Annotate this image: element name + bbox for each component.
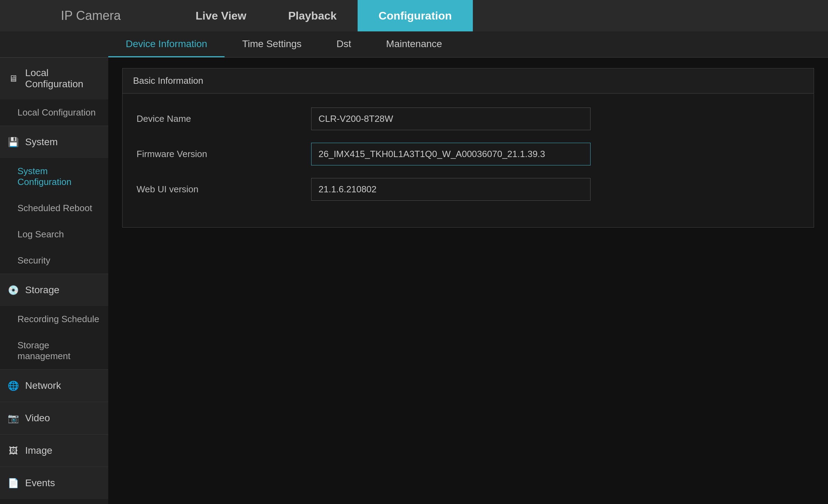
form-row-web-ui-version: Web UI version xyxy=(137,178,800,201)
basic-info-card: Basic Information Device NameFirmware Ve… xyxy=(122,68,814,228)
section-card-header: Basic Information xyxy=(123,68,814,94)
sidebar-item-recording-schedule[interactable]: Recording Schedule xyxy=(0,306,108,332)
sidebar-header-storage[interactable]: 💿Storage xyxy=(0,274,108,306)
storage-icon: 💿 xyxy=(7,284,20,296)
sidebar-item-security[interactable]: Security xyxy=(0,247,108,274)
sidebar-section-image: 🖼Image xyxy=(0,435,108,467)
main-content: Basic Information Device NameFirmware Ve… xyxy=(108,58,828,504)
nav-tab-playback[interactable]: Playback xyxy=(267,0,358,31)
sidebar-header-label-events: Events xyxy=(25,477,55,489)
form-row-device-name: Device Name xyxy=(137,108,800,130)
nav-tab-configuration[interactable]: Configuration xyxy=(358,0,473,31)
video-icon: 📷 xyxy=(7,412,20,424)
top-nav: IP Camera Live ViewPlaybackConfiguration xyxy=(0,0,828,31)
sidebar-section-local-configuration: 🖥Local ConfigurationLocal Configuration xyxy=(0,58,108,126)
sidebar-header-video[interactable]: 📷Video xyxy=(0,402,108,434)
sidebar-item-log-search[interactable]: Log Search xyxy=(0,221,108,247)
sub-tab-time-settings[interactable]: Time Settings xyxy=(225,31,319,57)
sidebar-item-local-configuration-item[interactable]: Local Configuration xyxy=(0,99,108,126)
sidebar-header-image[interactable]: 🖼Image xyxy=(0,435,108,467)
sidebar-header-label-network: Network xyxy=(25,380,61,391)
nav-tabs: Live ViewPlaybackConfiguration xyxy=(175,0,821,31)
image-icon: 🖼 xyxy=(7,444,20,457)
main-layout: 🖥Local ConfigurationLocal Configuration💾… xyxy=(0,58,828,504)
form-input-device-name[interactable] xyxy=(311,108,591,130)
sidebar: 🖥Local ConfigurationLocal Configuration💾… xyxy=(0,58,108,504)
network-icon: 🌐 xyxy=(7,379,20,392)
section-card-body: Device NameFirmware VersionWeb UI versio… xyxy=(123,94,814,227)
sidebar-header-label-local-configuration: Local Configuration xyxy=(25,67,101,90)
sub-tab-device-information[interactable]: Device Information xyxy=(108,31,225,57)
sub-nav: Device InformationTime SettingsDstMainte… xyxy=(0,31,828,58)
system-icon: 💾 xyxy=(7,136,20,148)
sidebar-header-label-video: Video xyxy=(25,413,50,424)
form-label-firmware-version: Firmware Version xyxy=(137,149,311,160)
form-row-firmware-version: Firmware Version xyxy=(137,143,800,165)
sidebar-header-network[interactable]: 🌐Network xyxy=(0,370,108,402)
sidebar-section-video: 📷Video xyxy=(0,402,108,435)
sidebar-item-motion-event[interactable]: Motion Event xyxy=(0,499,108,504)
sidebar-item-storage-management[interactable]: Storage management xyxy=(0,332,108,369)
sidebar-header-label-storage: Storage xyxy=(25,284,59,296)
sub-tab-dst[interactable]: Dst xyxy=(319,31,369,57)
form-input-web-ui-version[interactable] xyxy=(311,178,591,201)
sidebar-header-system[interactable]: 💾System xyxy=(0,126,108,158)
sidebar-section-network: 🌐Network xyxy=(0,370,108,402)
local-configuration-icon: 🖥 xyxy=(7,72,20,85)
sidebar-item-system-configuration[interactable]: System Configuration xyxy=(0,158,108,195)
sidebar-header-label-system: System xyxy=(25,136,58,148)
app-title: IP Camera xyxy=(7,8,175,23)
form-input-firmware-version[interactable] xyxy=(311,143,591,165)
sidebar-section-events: 📄EventsMotion EventSmart Event xyxy=(0,467,108,504)
sidebar-header-label-image: Image xyxy=(25,445,52,456)
sidebar-section-system: 💾SystemSystem ConfigurationScheduled Reb… xyxy=(0,126,108,274)
form-label-device-name: Device Name xyxy=(137,113,311,124)
nav-tab-live-view[interactable]: Live View xyxy=(175,0,267,31)
sidebar-header-local-configuration[interactable]: 🖥Local Configuration xyxy=(0,58,108,99)
sidebar-section-storage: 💿StorageRecording ScheduleStorage manage… xyxy=(0,274,108,370)
events-icon: 📄 xyxy=(7,477,20,489)
sub-tab-maintenance[interactable]: Maintenance xyxy=(369,31,460,57)
sidebar-item-scheduled-reboot[interactable]: Scheduled Reboot xyxy=(0,195,108,221)
sidebar-header-events[interactable]: 📄Events xyxy=(0,467,108,499)
section-title: Basic Information xyxy=(133,75,203,86)
form-label-web-ui-version: Web UI version xyxy=(137,184,311,195)
